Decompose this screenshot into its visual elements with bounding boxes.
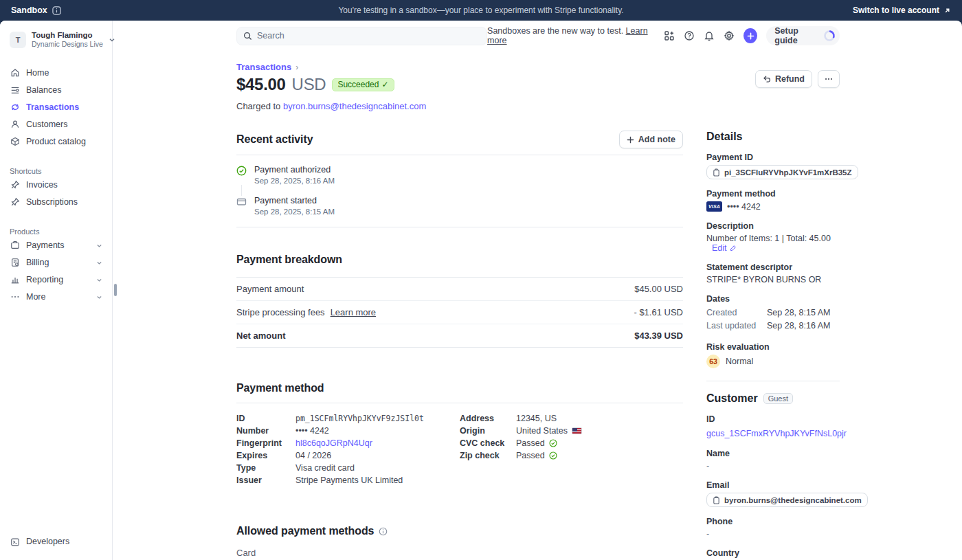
status-badge: Succeeded ✓ xyxy=(332,78,394,91)
info-square-icon[interactable] xyxy=(52,6,61,15)
sidebar-item-subscriptions[interactable]: Subscriptions xyxy=(5,194,107,211)
breadcrumb-transactions[interactable]: Transactions xyxy=(236,62,291,72)
sidebar: T Tough Flamingo Dynamic Designs Live Ho… xyxy=(0,21,113,560)
reporting-icon xyxy=(10,275,20,284)
statement-descriptor: STRIPE* BYRON BURNS OR xyxy=(706,275,840,284)
sidebar-item-transactions[interactable]: Transactions xyxy=(5,99,107,116)
terminal-icon xyxy=(10,537,20,547)
sidebar-heading-products: Products xyxy=(5,225,107,237)
chevron-down-icon xyxy=(96,260,102,266)
create-button[interactable] xyxy=(743,28,757,43)
breakdown-row: Payment amount $45.00 USD xyxy=(236,277,683,301)
help-icon[interactable] xyxy=(684,30,695,41)
sidebar-item-reporting[interactable]: Reporting xyxy=(5,271,107,289)
info-icon[interactable] xyxy=(379,527,388,536)
progress-ring-icon xyxy=(823,30,836,42)
customers-icon xyxy=(10,120,20,129)
fees-learn-more-link[interactable]: Learn more xyxy=(331,307,376,317)
sidebar-item-developers[interactable]: Developers xyxy=(5,533,107,550)
external-arrow-icon xyxy=(943,7,951,14)
edit-description-link[interactable]: Edit xyxy=(712,243,737,253)
product-catalog-icon xyxy=(10,137,20,146)
chevron-down-icon xyxy=(96,277,102,283)
sidebar-item-product-catalog[interactable]: Product catalog xyxy=(5,133,107,150)
account-subtitle: Dynamic Designs Live xyxy=(32,40,103,49)
sandbox-banner: You're testing in a sandbox—your place t… xyxy=(0,0,962,21)
clipboard-icon xyxy=(713,168,720,177)
risk-score-badge: 63 xyxy=(706,355,720,368)
activity-item: Payment started Sep 28, 2025, 8:15 AM xyxy=(236,196,683,216)
sidebar-item-invoices[interactable]: Invoices xyxy=(5,177,107,194)
overflow-menu-button[interactable] xyxy=(818,70,840,88)
sidebar-item-billing[interactable]: Billing xyxy=(5,254,107,271)
setup-guide-button[interactable]: Setup guide xyxy=(766,26,840,45)
payments-icon xyxy=(10,240,20,250)
check-circle-icon xyxy=(549,439,557,447)
allowed-methods-value: Card xyxy=(236,548,683,558)
add-note-button[interactable]: Add note xyxy=(619,131,683,148)
customer-email-pill[interactable]: byron.burns@thedesigncabinet.com xyxy=(706,493,868,507)
breakdown-row: Stripe processing fees Learn more - $1.6… xyxy=(236,301,683,324)
avatar: T xyxy=(10,32,26,48)
apps-grid-icon[interactable] xyxy=(664,30,675,41)
recent-activity-title: Recent activity xyxy=(236,133,313,146)
home-icon xyxy=(10,68,20,78)
payment-method-id: pm_1SCFmlRYVhpJKYvF9zJSIl0t xyxy=(295,412,424,425)
ellipsis-icon xyxy=(10,292,20,302)
billing-icon xyxy=(10,258,20,267)
allowed-methods-title: Allowed payment methods xyxy=(236,525,374,537)
customer-id-link[interactable]: gcus_1SCFmxRYVhpJKYvFfNsL0pjr xyxy=(706,429,847,438)
undo-arrow-icon xyxy=(763,75,771,83)
transactions-icon xyxy=(10,102,20,112)
search-input[interactable] xyxy=(236,27,487,45)
check-icon: ✓ xyxy=(381,80,388,89)
chevron-down-icon xyxy=(109,36,115,43)
sidebar-heading-shortcuts: Shortcuts xyxy=(5,164,107,177)
switch-to-live-link[interactable]: Switch to live account xyxy=(853,5,951,15)
charged-to-line: Charged to byron.burns@thedesigncabinet.… xyxy=(236,101,840,111)
sidebar-item-home[interactable]: Home xyxy=(5,65,107,82)
check-circle-icon xyxy=(549,451,557,460)
account-switcher[interactable]: T Tough Flamingo Dynamic Designs Live xyxy=(5,27,107,52)
activity-item: Payment authorized Sep 28, 2025, 8:16 AM xyxy=(236,165,683,185)
sidebar-item-payments[interactable]: Payments xyxy=(5,237,107,254)
sandbox-label: Sandbox xyxy=(11,5,47,15)
sidebar-scrollbar[interactable] xyxy=(114,284,117,296)
app-surface: T Tough Flamingo Dynamic Designs Live Ho… xyxy=(0,21,962,560)
chevron-down-icon xyxy=(96,294,102,300)
charged-email-link[interactable]: byron.burns@thedesigncabinet.com xyxy=(283,101,426,111)
ellipsis-icon xyxy=(824,74,834,84)
bell-icon[interactable] xyxy=(704,30,715,41)
card-icon xyxy=(236,196,247,216)
us-flag-icon xyxy=(572,427,582,434)
sandbox-note: Sandboxes are the new way to test. Learn… xyxy=(487,26,655,45)
plus-icon xyxy=(627,136,634,144)
payment-id-pill[interactable]: pi_3SCFluRYVhpJKYvF1mXrB35Z xyxy=(706,165,858,179)
page-title-currency: USD xyxy=(292,75,326,94)
details-title: Details xyxy=(706,131,840,143)
payment-breakdown-title: Payment breakdown xyxy=(236,254,683,266)
account-name: Tough Flamingo xyxy=(32,30,103,40)
guest-badge: Guest xyxy=(763,393,793,404)
clipboard-icon xyxy=(713,496,720,504)
gear-icon[interactable] xyxy=(724,30,735,41)
fingerprint-link[interactable]: hl8c6qoJGRpN4Uqr xyxy=(295,437,372,449)
breadcrumb: Transactions › xyxy=(236,62,840,72)
payment-method-title: Payment method xyxy=(236,382,683,394)
check-circle-icon xyxy=(236,165,247,185)
pin-icon xyxy=(10,197,20,207)
visa-badge: VISA xyxy=(706,201,722,212)
chevron-down-icon xyxy=(96,243,102,249)
sidebar-item-customers[interactable]: Customers xyxy=(5,116,107,133)
description-value: Number of Items: 1 | Total: 45.00 xyxy=(706,234,831,243)
sidebar-item-balances[interactable]: Balances xyxy=(5,82,107,99)
page-title-amount: $45.00 xyxy=(236,75,286,94)
pin-icon xyxy=(10,180,20,190)
breakdown-row-net: Net amount $43.39 USD xyxy=(236,324,683,348)
search-icon xyxy=(243,32,252,41)
balances-icon xyxy=(10,85,20,95)
refund-button[interactable]: Refund xyxy=(755,70,812,88)
pencil-icon xyxy=(730,245,737,251)
customer-title: Customer xyxy=(706,392,758,405)
sidebar-item-more[interactable]: More xyxy=(5,289,107,306)
